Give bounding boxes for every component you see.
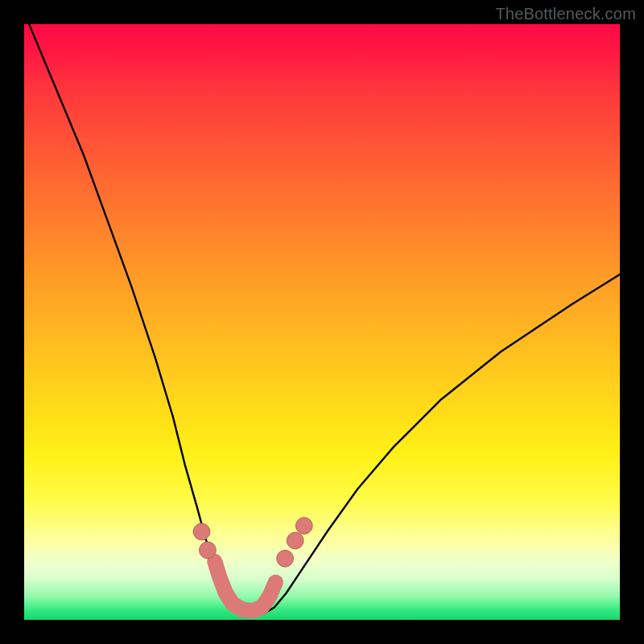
- chart-svg: [24, 24, 620, 620]
- valley-worm-path: [215, 562, 276, 611]
- right-upper-dot: [295, 518, 312, 535]
- outer-frame: TheBottleneck.com: [0, 0, 644, 644]
- bottleneck-curve: [24, 24, 620, 614]
- right-lower-dot: [277, 550, 294, 567]
- right-mid-dot: [287, 532, 303, 549]
- left-upper-dot: [193, 523, 210, 540]
- plot-area: [24, 24, 620, 620]
- left-lower-dot: [200, 542, 217, 559]
- watermark-text: TheBottleneck.com: [495, 5, 636, 23]
